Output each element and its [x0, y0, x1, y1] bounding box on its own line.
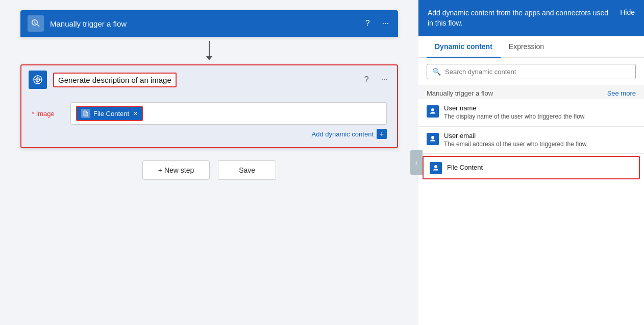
- connector-arrow: [206, 37, 212, 64]
- section-title: Manually trigger a flow: [427, 89, 493, 97]
- save-button[interactable]: Save: [218, 160, 276, 180]
- search-input[interactable]: [445, 68, 630, 76]
- trigger-header-right: ? ···: [363, 18, 391, 29]
- dynamic-item-filecontent-content: File Content: [447, 164, 633, 172]
- dynamic-item-username-icon: [427, 105, 439, 118]
- search-box: 🔍: [427, 64, 636, 79]
- trigger-header: Manually trigger a flow ? ···: [20, 10, 398, 37]
- dynamic-item-filecontent[interactable]: File Content: [423, 156, 640, 179]
- panel-header-text: Add dynamic content from the apps and co…: [428, 8, 612, 28]
- gen-card: Generate description of an image ? ··· I…: [20, 64, 398, 148]
- dynamic-item-useremail-content: User email The email address of the user…: [444, 132, 636, 149]
- dynamic-item-username-desc: The display name of the user who trigger…: [444, 113, 636, 121]
- gen-title: Generate description of an image: [53, 73, 177, 87]
- file-content-tag-label: File Content: [93, 110, 129, 118]
- see-more-link[interactable]: See more: [607, 89, 636, 97]
- hide-link[interactable]: Hide: [620, 8, 635, 16]
- gen-header-right: ? ···: [362, 74, 390, 85]
- tab-dynamic-content[interactable]: Dynamic content: [427, 36, 501, 58]
- dynamic-item-filecontent-name: File Content: [447, 164, 633, 171]
- file-content-tag: File Content ✕: [76, 106, 143, 121]
- dynamic-item-filecontent-icon: [430, 162, 442, 174]
- file-content-tag-close[interactable]: ✕: [133, 110, 138, 117]
- trigger-help-button[interactable]: ?: [363, 18, 372, 29]
- panel-collapse-button[interactable]: ‹: [410, 150, 423, 175]
- dynamic-item-useremail[interactable]: User email The email address of the user…: [418, 127, 644, 154]
- tab-expression[interactable]: Expression: [501, 36, 552, 58]
- add-dynamic-row: Add dynamic content +: [32, 129, 387, 139]
- trigger-header-left: Manually trigger a flow: [28, 15, 127, 32]
- trigger-card: Manually trigger a flow ? ···: [20, 10, 398, 37]
- image-field-row: Image File Content ✕: [32, 102, 387, 125]
- panel-tabs: Dynamic content Expression: [418, 36, 644, 58]
- action-buttons: + New step Save: [142, 160, 276, 180]
- right-panel: ‹ Add dynamic content from the apps and …: [418, 0, 644, 325]
- dynamic-item-username[interactable]: User name The display name of the user w…: [418, 99, 644, 127]
- gen-header-left: Generate description of an image: [29, 71, 177, 89]
- trigger-title: Manually trigger a flow: [50, 19, 127, 28]
- section-label: Manually trigger a flow See more: [418, 85, 644, 99]
- image-label: Image: [32, 110, 62, 118]
- dynamic-item-username-content: User name The display name of the user w…: [444, 104, 636, 121]
- dynamic-item-useremail-icon: [427, 133, 439, 145]
- connector-arrowhead: [206, 56, 212, 60]
- trigger-more-button[interactable]: ···: [380, 18, 391, 29]
- gen-body: Image File Content ✕ Add: [21, 94, 397, 147]
- dynamic-item-username-name: User name: [444, 104, 636, 112]
- new-step-button[interactable]: + New step: [142, 160, 210, 180]
- dynamic-item-useremail-name: User email: [444, 132, 636, 140]
- add-dynamic-link[interactable]: Add dynamic content: [312, 130, 374, 138]
- search-icon: 🔍: [432, 67, 441, 76]
- panel-header: Add dynamic content from the apps and co…: [418, 0, 644, 36]
- canvas: Manually trigger a flow ? ···: [0, 0, 418, 325]
- image-input[interactable]: File Content ✕: [70, 102, 387, 125]
- gen-header: Generate description of an image ? ···: [21, 65, 397, 94]
- file-content-tag-icon: [81, 109, 90, 118]
- gen-icon: [29, 71, 47, 89]
- trigger-icon: [28, 15, 44, 32]
- add-dynamic-button[interactable]: +: [377, 129, 387, 139]
- dynamic-item-useremail-desc: The email address of the user who trigge…: [444, 141, 636, 149]
- gen-help-button[interactable]: ?: [362, 74, 371, 85]
- gen-more-button[interactable]: ···: [379, 74, 390, 85]
- connector-line: [209, 41, 210, 56]
